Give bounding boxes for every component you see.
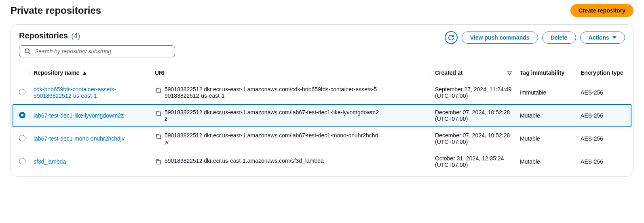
- tag-immutability: Mutable: [516, 127, 576, 150]
- column-name[interactable]: Repository name ▲: [30, 65, 151, 81]
- svg-rect-3: [157, 112, 160, 116]
- uri-text: 590183822512.dkr.ecr.us-east-1.amazonaws…: [165, 86, 379, 99]
- copy-icon[interactable]: [155, 110, 161, 118]
- created-at: December 07, 2024, 10:52:28 (UTC+07:00): [431, 104, 516, 127]
- created-at: September 27, 2024, 11:24:49 (UTC+07:00): [431, 81, 516, 104]
- search-box[interactable]: [19, 45, 175, 57]
- repository-link[interactable]: lab67-test-dec1-mono-onuhr2hchdjv: [34, 135, 125, 142]
- view-push-commands-button[interactable]: View push commands: [462, 32, 538, 44]
- panel-header: Repositories (4) View push commands Dele…: [11, 25, 633, 61]
- copy-icon[interactable]: [155, 158, 161, 166]
- row-radio[interactable]: [19, 89, 25, 95]
- delete-button[interactable]: Delete: [542, 32, 576, 44]
- actions-dropdown-button[interactable]: Actions: [580, 32, 625, 44]
- refresh-icon: [448, 34, 454, 41]
- table-row[interactable]: lab67-test-dec1-like-lyvomgdowm2z5901838…: [11, 104, 633, 127]
- uri-text: 590183822512.dkr.ecr.us-east-1.amazonaws…: [165, 109, 379, 122]
- created-at: December 07, 2024, 10:52:28 (UTC+07:00): [431, 127, 516, 150]
- repositories-table: Repository name ▲ URI Created at ▽ Tag i…: [11, 65, 633, 173]
- tag-immutability: Mutable: [516, 104, 576, 127]
- table-row[interactable]: cdk-hnb659fds-container-assets-590183822…: [11, 81, 633, 104]
- column-uri[interactable]: URI: [151, 65, 431, 81]
- copy-icon[interactable]: [155, 133, 161, 141]
- created-at: October 31, 2024, 12:35:24 (UTC+07:00): [431, 150, 516, 173]
- column-select: [11, 65, 30, 81]
- uri-text: 590183822512.dkr.ecr.us-east-1.amazonaws…: [165, 158, 324, 164]
- svg-line-1: [29, 53, 30, 54]
- repository-link[interactable]: lab67-test-dec1-like-lyvomgdowm2z: [34, 112, 124, 119]
- search-input[interactable]: [35, 48, 170, 55]
- column-created[interactable]: Created at ▽: [431, 65, 516, 81]
- table-row[interactable]: sf3d_lambda590183822512.dkr.ecr.us-east-…: [11, 150, 633, 173]
- repository-link[interactable]: sf3d_lambda: [34, 158, 66, 165]
- page-header: Private repositories Create repository: [11, 4, 633, 17]
- page-title: Private repositories: [11, 5, 101, 16]
- panel-actions: View push commands Delete Actions: [445, 31, 625, 44]
- svg-rect-4: [157, 135, 160, 139]
- chevron-down-icon: [612, 36, 617, 39]
- tag-immutability: Mutable: [516, 150, 576, 173]
- actions-label: Actions: [589, 34, 609, 41]
- row-radio[interactable]: [19, 112, 25, 118]
- svg-point-0: [25, 49, 29, 53]
- row-radio[interactable]: [19, 135, 25, 141]
- tag-immutability: Immutable: [516, 81, 576, 104]
- search-icon: [24, 48, 31, 55]
- sort-asc-icon: ▲: [82, 69, 88, 76]
- encryption-type: AES-256: [576, 127, 633, 150]
- encryption-type: AES-256: [576, 104, 633, 127]
- repository-link[interactable]: cdk-hnb659fds-container-assets-590183822…: [34, 86, 116, 99]
- repositories-panel: Repositories (4) View push commands Dele…: [11, 24, 633, 177]
- uri-text: 590183822512.dkr.ecr.us-east-1.amazonaws…: [165, 132, 379, 145]
- svg-rect-2: [157, 89, 160, 93]
- table-row[interactable]: lab67-test-dec1-mono-onuhr2hchdjv5901838…: [11, 127, 633, 150]
- column-tag-immutability[interactable]: Tag immutability: [516, 65, 576, 81]
- panel-count: (4): [71, 32, 80, 40]
- copy-icon[interactable]: [155, 87, 161, 95]
- create-repository-button[interactable]: Create repository: [570, 4, 633, 17]
- refresh-button[interactable]: [445, 31, 458, 44]
- sort-desc-icon: ▽: [507, 69, 512, 76]
- encryption-type: AES-256: [576, 150, 633, 173]
- row-radio[interactable]: [19, 158, 25, 164]
- column-encryption[interactable]: Encryption type: [576, 65, 633, 81]
- encryption-type: AES-256: [576, 81, 633, 104]
- panel-title: Repositories: [19, 31, 68, 40]
- svg-rect-5: [157, 160, 160, 164]
